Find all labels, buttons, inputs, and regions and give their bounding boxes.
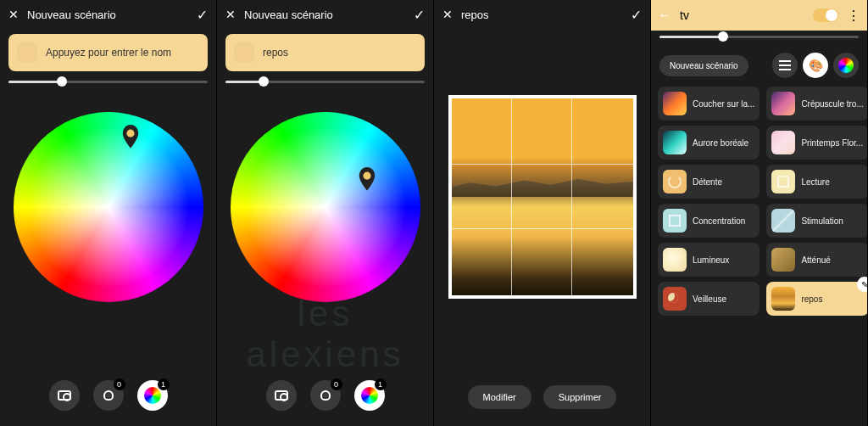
room-header: tv <box>651 0 867 31</box>
scene-thumb <box>663 92 687 115</box>
room-brightness-slider[interactable] <box>659 31 859 42</box>
confirm-icon[interactable] <box>631 7 642 23</box>
scene-label: Détente <box>693 177 722 187</box>
confirm-icon[interactable] <box>197 7 208 23</box>
modify-button[interactable]: Modifier <box>468 385 531 409</box>
colorwheel-icon <box>144 387 161 404</box>
name-value: repos <box>263 47 288 59</box>
image-actions: Modifier Supprimer <box>434 385 650 409</box>
room-title: tv <box>680 8 804 22</box>
scenario-image <box>452 98 633 295</box>
bulb-icon <box>103 390 114 401</box>
header-title: Nouveau scénario <box>244 8 414 21</box>
svg-point-0 <box>127 130 135 137</box>
scene-card[interactable]: repos✎ <box>766 282 868 316</box>
header: Nouveau scénario <box>217 2 433 27</box>
color-pin[interactable] <box>121 125 140 149</box>
camera-button[interactable] <box>49 380 80 411</box>
colorwheel-icon <box>361 387 378 404</box>
colorwheel-badge: 1 <box>158 378 170 390</box>
scene-card[interactable]: Détente <box>658 165 760 199</box>
scene-label: Printemps Flor... <box>801 138 863 148</box>
scene-label: Coucher sur la... <box>693 99 754 109</box>
more-icon[interactable] <box>847 8 860 24</box>
slider-fill <box>659 36 723 38</box>
scenario-name-input[interactable]: Appuyez pour entrer le nom <box>8 34 208 71</box>
brightness-slider[interactable] <box>8 76 208 87</box>
power-toggle[interactable] <box>813 8 838 22</box>
colorwheel-badge: 1 <box>375 378 387 390</box>
bulb-button[interactable]: 0 <box>93 380 124 411</box>
bulb-button[interactable]: 0 <box>310 380 341 411</box>
scene-label: Crépuscule tro... <box>801 99 863 109</box>
close-icon[interactable] <box>225 8 236 21</box>
name-placeholder: Appuyez pour entrer le nom <box>46 47 171 59</box>
color-swatch <box>17 42 37 63</box>
scene-card[interactable]: Aurore boréale <box>658 126 760 160</box>
scenario-name-input[interactable]: repos <box>225 34 425 71</box>
scene-thumb <box>771 248 795 272</box>
slider-thumb[interactable] <box>718 31 728 42</box>
color-wheel[interactable] <box>231 112 420 302</box>
scene-label: Lumineux <box>693 255 729 265</box>
panel-crop-image: repos Modifier Supprimer <box>434 0 651 426</box>
scene-thumb <box>663 131 687 154</box>
color-pin[interactable] <box>358 166 376 190</box>
scene-thumb <box>771 92 795 115</box>
new-scenario-chip[interactable]: Nouveau scénario <box>659 55 748 76</box>
scene-thumb <box>771 287 795 311</box>
colorwheel-mode-button[interactable] <box>833 53 859 78</box>
panel-room-scenes: tv Nouveau scénario 🎨 Coucher sur la...C… <box>651 0 868 426</box>
camera-button[interactable] <box>266 380 297 411</box>
color-wheel[interactable] <box>14 112 203 302</box>
scene-thumb <box>663 209 687 233</box>
camera-icon <box>58 390 71 401</box>
color-wheel-container <box>217 112 433 302</box>
camera-icon <box>275 390 288 401</box>
mode-actions: 0 1 <box>0 380 216 411</box>
panel-new-scenario-named: Nouveau scénario repos les alexiens 0 1 <box>217 0 434 426</box>
svg-point-1 <box>363 171 370 179</box>
scene-label: Aurore boréale <box>693 138 748 148</box>
scene-label: repos <box>801 294 822 304</box>
list-icon <box>779 60 791 70</box>
close-icon[interactable] <box>8 8 19 21</box>
scene-thumb <box>663 170 687 193</box>
header-title: repos <box>461 8 631 21</box>
scene-card[interactable]: Printemps Flor... <box>766 126 868 160</box>
close-icon[interactable] <box>442 8 453 21</box>
scene-card[interactable]: Atténué <box>766 243 868 277</box>
header: Nouveau scénario <box>0 2 216 27</box>
palette-mode-button[interactable]: 🎨 <box>803 53 828 78</box>
edit-icon[interactable]: ✎ <box>857 277 868 292</box>
colorwheel-icon <box>838 58 854 73</box>
scene-card[interactable]: Crépuscule tro... <box>766 87 868 121</box>
image-crop-area[interactable] <box>448 95 637 299</box>
slider-thumb[interactable] <box>57 76 67 87</box>
bulb-badge: 0 <box>331 378 342 390</box>
scene-thumb <box>663 287 687 311</box>
palette-icon: 🎨 <box>809 59 823 72</box>
scene-thumb <box>663 248 687 272</box>
slider-thumb[interactable] <box>259 76 269 87</box>
scene-label: Atténué <box>801 255 830 265</box>
colorwheel-button[interactable]: 1 <box>137 380 168 411</box>
scene-card[interactable]: Lumineux <box>658 243 760 277</box>
delete-button[interactable]: Supprimer <box>543 385 617 409</box>
scene-label: Concentration <box>693 216 745 226</box>
colorwheel-button[interactable]: 1 <box>354 380 385 411</box>
color-swatch <box>234 42 254 63</box>
scene-card[interactable]: Lecture <box>766 165 868 199</box>
confirm-icon[interactable] <box>414 7 425 23</box>
scene-label: Veilleuse <box>693 294 726 304</box>
scene-card[interactable]: Concentration <box>658 204 760 238</box>
scene-card[interactable]: Veilleuse <box>658 282 760 316</box>
scene-toolbar: Nouveau scénario 🎨 <box>651 42 867 83</box>
back-icon[interactable] <box>658 8 671 23</box>
header: repos <box>434 2 650 27</box>
scene-card[interactable]: Coucher sur la... <box>658 87 760 121</box>
brightness-slider[interactable] <box>225 76 425 87</box>
list-mode-button[interactable] <box>772 53 798 78</box>
bulb-badge: 0 <box>114 378 125 390</box>
scene-card[interactable]: Stimulation <box>766 204 868 238</box>
